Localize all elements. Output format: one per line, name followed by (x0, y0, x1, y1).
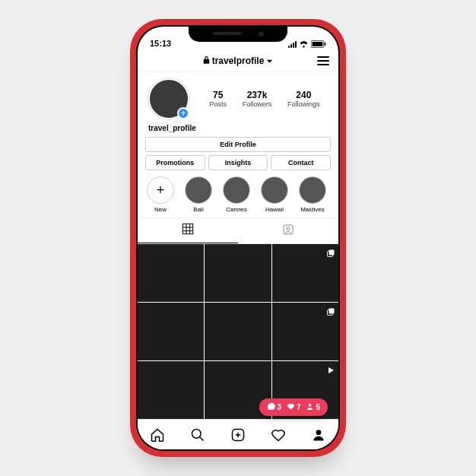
svg-rect-10 (329, 250, 335, 255)
highlight-item[interactable]: Maldives (297, 176, 328, 213)
heart-icon (287, 402, 295, 412)
svg-rect-2 (325, 43, 326, 46)
bottom-nav (138, 419, 338, 449)
tagged-icon (282, 224, 294, 239)
post-thumbnail[interactable] (272, 244, 338, 302)
highlight-item[interactable]: Cannes (221, 176, 252, 213)
highlight-new[interactable]: New (145, 176, 176, 213)
nav-search[interactable] (190, 427, 205, 443)
svg-point-14 (309, 404, 312, 407)
post-thumbnail[interactable] (272, 303, 338, 360)
phone-notch (189, 25, 287, 42)
wifi-icon (299, 40, 309, 48)
grid-icon (182, 223, 194, 238)
svg-point-20 (316, 430, 321, 435)
highlights-row: New Bali Cannes Hawaii Maldives (138, 170, 338, 217)
username-label: travel_profile (138, 122, 338, 137)
plus-icon (147, 176, 174, 204)
stat-posts[interactable]: 75 Posts (209, 90, 227, 108)
post-thumbnail[interactable] (138, 244, 204, 302)
carousel-icon (326, 247, 335, 261)
highlight-item[interactable]: Hawaii (259, 176, 290, 213)
avatar[interactable]: + (148, 78, 189, 119)
person-icon (306, 402, 314, 412)
app-header: travelprofile (138, 49, 338, 72)
activity-popup[interactable]: 3 7 5 (259, 398, 328, 416)
nav-new-post[interactable] (230, 427, 246, 443)
posts-grid (138, 244, 338, 419)
header-title: travelprofile (212, 56, 265, 66)
edit-profile-button[interactable]: Edit Profile (145, 137, 331, 152)
post-thumbnail[interactable] (205, 303, 271, 360)
battery-icon (311, 40, 326, 48)
svg-point-9 (287, 227, 290, 230)
contact-button[interactable]: Contact (271, 155, 331, 170)
post-thumbnail[interactable] (138, 361, 204, 419)
post-thumbnail[interactable] (205, 244, 271, 302)
svg-rect-1 (313, 42, 323, 46)
svg-point-15 (192, 429, 202, 438)
comment-icon (267, 402, 275, 412)
carousel-icon (326, 306, 335, 319)
svg-rect-12 (329, 309, 335, 314)
highlight-item[interactable]: Bali (183, 176, 214, 213)
stat-followings[interactable]: 240 Followings (287, 90, 320, 108)
screen: 15:13 travelprofile (138, 27, 338, 449)
svg-line-16 (200, 436, 204, 440)
signal-icon (288, 41, 297, 48)
nav-home[interactable] (150, 427, 165, 443)
clock: 15:13 (150, 39, 171, 48)
menu-icon[interactable] (317, 56, 329, 65)
svg-rect-3 (182, 224, 192, 233)
chevron-down-icon[interactable] (266, 56, 273, 66)
tab-tagged[interactable] (238, 218, 338, 243)
nav-activity[interactable] (271, 427, 286, 443)
stat-followers[interactable]: 237k Followers (243, 90, 272, 108)
svg-rect-8 (284, 225, 293, 234)
lock-icon (203, 56, 210, 66)
insights-button[interactable]: Insights (208, 155, 268, 170)
phone-frame: 15:13 travelprofile (130, 19, 346, 457)
tab-grid[interactable] (138, 218, 238, 243)
add-story-icon[interactable]: + (177, 107, 189, 119)
promotions-button[interactable]: Promotions (145, 155, 205, 170)
post-thumbnail[interactable] (138, 303, 204, 360)
video-play-icon (326, 364, 335, 378)
nav-profile[interactable] (311, 427, 326, 443)
